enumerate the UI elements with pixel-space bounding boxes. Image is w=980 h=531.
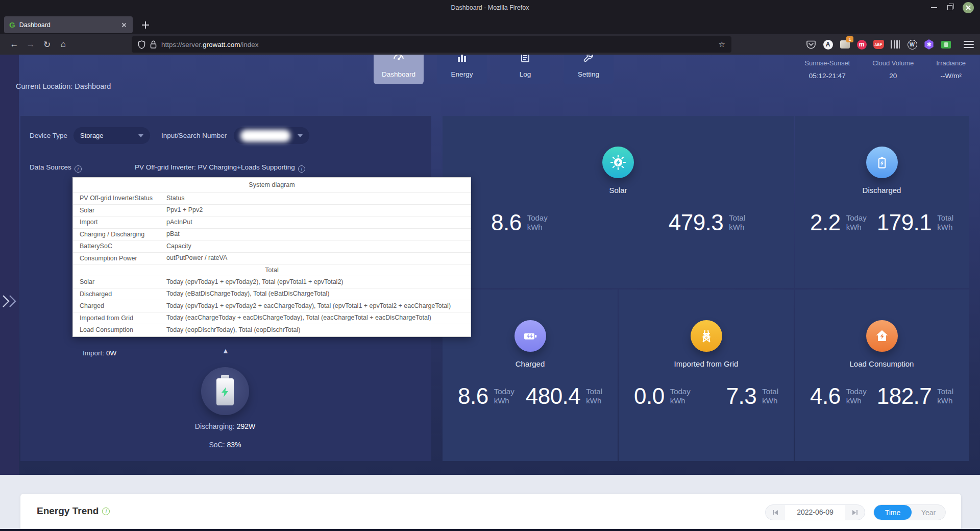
device-type-select[interactable]: Storage <box>74 127 150 144</box>
window-close-button[interactable] <box>963 2 974 13</box>
adblock-plus-icon[interactable]: ABP <box>872 38 885 51</box>
info-icon[interactable]: i <box>75 165 82 173</box>
cloud-volume-label: Cloud Volume <box>872 59 914 67</box>
nav-label: Energy <box>451 70 473 78</box>
window-title: Dashboard - Mozilla Firefox <box>451 4 529 11</box>
energy-bars-icon <box>456 55 468 63</box>
irradiance-label: Irradiance <box>936 59 966 67</box>
extension-row: A 1 m ABP W ✱ <box>805 38 974 51</box>
growatt-favicon: G <box>9 20 15 29</box>
discharged-total-value: 179.1 TotalkWh <box>877 210 953 235</box>
window-bottom-edge <box>0 529 980 531</box>
discharged-today-value: 2.2 TodaykWh <box>810 210 867 235</box>
total-row: DischargedToday (eBatDisChargeToday), To… <box>73 288 471 301</box>
search-number-label: Input/Search Number <box>161 132 227 139</box>
forward-button[interactable]: → <box>22 37 39 52</box>
energy-trend-card: Energy Trendi 2022-06-09 Time Year <box>20 494 961 531</box>
home-button[interactable]: ⌂ <box>55 37 71 52</box>
previous-date-button[interactable] <box>766 505 785 520</box>
date-navigator: 2022-06-09 <box>765 504 865 520</box>
collapse-diagram-arrow[interactable]: ▲ <box>222 347 229 355</box>
reload-button[interactable]: ↻ <box>39 37 55 52</box>
pocket-icon[interactable] <box>805 38 817 51</box>
browser-tab[interactable]: G Dashboard <box>4 16 133 33</box>
device-type-value: Storage <box>80 132 104 139</box>
m-extension-icon[interactable]: m <box>855 38 868 51</box>
card-title: Imported from Grid <box>674 359 739 368</box>
card-title: Load Consumption <box>850 359 914 368</box>
imported-today-value: 0.0 TodaykWh <box>634 383 691 409</box>
diagram-row: SolarPpv1 + Ppv2 <box>73 205 471 217</box>
sunrise-sunset-block: Sunrise-Sunset 05:12-21:47 <box>804 59 850 80</box>
tab-close-icon[interactable] <box>120 21 128 29</box>
solar-card: Solar 8.6 TodaykWh 479.3 TotalkWh <box>443 116 794 288</box>
lock-icon[interactable] <box>150 40 157 49</box>
green-folder-extension-icon[interactable] <box>940 38 952 51</box>
total-row: Load ConsumptionToday (eopDischrToday), … <box>73 324 471 336</box>
trend-controls: 2022-06-09 Time Year <box>765 504 946 520</box>
grid-tower-icon <box>691 320 722 352</box>
tab-title: Dashboard <box>19 21 116 29</box>
total-section-header: Total <box>73 264 471 276</box>
minimize-icon[interactable] <box>931 7 937 8</box>
diagram-row: BatterySoCCapacity <box>73 240 471 253</box>
diagram-row: ImportpAcInPut <box>73 216 471 229</box>
green-bolt-icon <box>222 387 229 397</box>
system-diagram-popup: System diagram PV Off-grid InverterStatu… <box>72 177 471 337</box>
menu-button[interactable] <box>964 41 974 48</box>
browser-toolbar: ← → ↻ ⌂ https://server.growatt.com/index… <box>0 34 980 55</box>
info-icon[interactable]: i <box>102 508 110 515</box>
purple-hex-extension-icon[interactable]: ✱ <box>923 38 935 51</box>
setting-wrench-icon <box>582 55 595 63</box>
url-text: https://server.growatt.com/index <box>161 41 259 49</box>
back-button[interactable]: ← <box>6 37 22 52</box>
total-row: Imported from GridToday (eacChargeToday … <box>73 312 471 325</box>
shield-icon[interactable] <box>138 40 145 49</box>
wayback-machine-icon[interactable]: W <box>906 38 918 51</box>
discharging-value: 292W <box>237 422 256 430</box>
url-bar[interactable]: https://server.growatt.com/index ☆ <box>132 36 731 53</box>
left-collapse-strip[interactable] <box>0 55 19 475</box>
info-icon[interactable]: i <box>298 165 305 173</box>
soc-label: SoC: <box>209 441 225 449</box>
popup-title: System diagram <box>73 178 471 192</box>
toggle-year-button[interactable]: Year <box>912 505 945 520</box>
discharging-line: Discharging:292W <box>159 422 291 430</box>
import-power-line: Import:0W <box>83 349 116 357</box>
restore-icon[interactable] <box>947 5 952 10</box>
date-value[interactable]: 2022-06-09 <box>785 505 845 520</box>
log-document-icon <box>519 55 531 63</box>
time-year-toggle: Time Year <box>873 504 946 520</box>
tab-dashboard[interactable]: Dashboard <box>374 55 424 84</box>
window-titlebar: Dashboard - Mozilla Firefox <box>0 0 980 15</box>
nav-label: Dashboard <box>382 70 415 78</box>
card-title: Charged <box>516 359 545 368</box>
fence-privacy-icon[interactable] <box>889 38 901 51</box>
account-extension-icon[interactable]: A <box>822 38 834 51</box>
discharging-label: Discharging: <box>195 422 235 430</box>
data-sources-label: Data Sources <box>30 163 71 171</box>
soc-value: 83% <box>227 441 241 449</box>
next-date-button[interactable] <box>845 505 865 520</box>
tab-setting[interactable]: Setting <box>564 55 614 84</box>
cloud-volume-block: Cloud Volume 20 <box>872 59 914 80</box>
new-tab-button[interactable] <box>139 18 152 32</box>
firefox-window: Dashboard - Mozilla Firefox G Dashboard … <box>0 0 980 531</box>
notification-extension-icon[interactable]: 1 <box>839 38 851 51</box>
import-value: 0W <box>106 349 116 357</box>
tab-bar: G Dashboard <box>0 15 980 34</box>
diagram-row: Charging / DischargingpBat <box>73 229 471 241</box>
total-row: SolarToday (epvToday1 + epvToday2), Tota… <box>73 276 471 288</box>
sunrise-sunset-value: 05:12-21:47 <box>804 72 850 80</box>
serial-number-select[interactable] <box>234 127 309 144</box>
data-sources-row: Data Sourcesi PV Off-grid Inverter: PV C… <box>30 163 418 173</box>
tab-energy[interactable]: Energy <box>437 55 487 84</box>
import-label: Import: <box>83 349 104 357</box>
energy-trend-title: Energy Trendi <box>37 505 110 517</box>
charged-today-value: 8.6 TodaykWh <box>458 383 514 409</box>
expand-panel-chevron-icon[interactable] <box>2 295 18 308</box>
toggle-time-button[interactable]: Time <box>874 505 912 520</box>
tab-log[interactable]: Log <box>500 55 550 84</box>
bookmark-star-icon[interactable]: ☆ <box>719 40 725 49</box>
data-sources-value: PV Off-grid Inverter: PV Charging+Loads … <box>135 163 305 173</box>
